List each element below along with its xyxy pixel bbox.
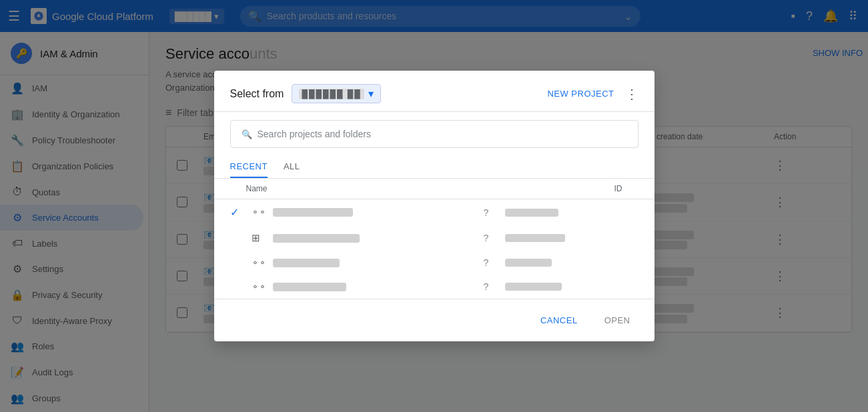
- dialog-header-actions: NEW PROJECT ⋮: [547, 86, 638, 102]
- dialog-projects-list: ✓ ⚬⚬ ? ⊞ ? ⚬⚬ ? ⚬⚬ ?: [214, 199, 655, 299]
- project-id-0: [505, 209, 558, 217]
- name-col-header: Name: [246, 184, 489, 193]
- open-button[interactable]: OPEN: [596, 310, 638, 331]
- help-icon-3[interactable]: ?: [484, 281, 500, 292]
- dialog-project-row-1[interactable]: ⊞ ?: [214, 225, 655, 251]
- dialog-project-row-3[interactable]: ⚬⚬ ?: [214, 275, 655, 299]
- dialog-title: Select from: [230, 88, 284, 100]
- help-icon-1[interactable]: ?: [484, 233, 500, 243]
- project-name-0: [273, 208, 353, 217]
- help-icon-0[interactable]: ?: [484, 207, 500, 218]
- dialog-header: Select from ██████ ██ ▾ NEW PROJECT ⋮: [214, 71, 655, 112]
- selected-check-icon: ✓: [230, 206, 246, 219]
- project-type-icon-3: ⚬⚬: [252, 282, 268, 292]
- help-icon-2[interactable]: ?: [484, 257, 500, 268]
- project-name-3: [273, 283, 346, 291]
- tab-all[interactable]: ALL: [284, 156, 300, 178]
- overlay[interactable]: Select from ██████ ██ ▾ NEW PROJECT ⋮ 🔍 …: [0, 0, 868, 412]
- project-type-icon-2: ⚬⚬: [252, 258, 268, 268]
- cancel-button[interactable]: CANCEL: [532, 310, 586, 331]
- dialog-table-header: Name ID: [214, 179, 655, 199]
- project-id-1: [505, 234, 565, 242]
- dialog-search-box[interactable]: 🔍: [230, 120, 638, 148]
- select-project-dialog: Select from ██████ ██ ▾ NEW PROJECT ⋮ 🔍 …: [214, 71, 655, 341]
- project-name-1: [273, 234, 360, 243]
- more-options-button[interactable]: ⋮: [625, 86, 638, 102]
- dropdown-arrow-icon: ▾: [368, 87, 374, 100]
- project-type-icon-1: ⊞: [252, 232, 268, 244]
- project-dropdown-text: ██████ ██: [299, 89, 364, 99]
- new-project-button[interactable]: NEW PROJECT: [547, 89, 614, 99]
- dialog-search-icon: 🔍: [242, 129, 252, 139]
- dialog-project-row-0[interactable]: ✓ ⚬⚬ ?: [214, 199, 655, 225]
- project-type-icon-0: ⚬⚬: [252, 207, 268, 217]
- dialog-project-row-2[interactable]: ⚬⚬ ?: [214, 251, 655, 275]
- project-name-2: [273, 259, 340, 267]
- id-col-header: ID: [489, 184, 622, 193]
- project-id-2: [505, 259, 552, 267]
- dialog-search-input[interactable]: [258, 129, 627, 139]
- project-id-3: [505, 283, 562, 291]
- project-dropdown[interactable]: ██████ ██ ▾: [292, 84, 380, 103]
- dialog-tabs: RECENT ALL: [214, 156, 655, 179]
- tab-recent[interactable]: RECENT: [230, 156, 268, 178]
- dialog-footer: CANCEL OPEN: [214, 299, 655, 341]
